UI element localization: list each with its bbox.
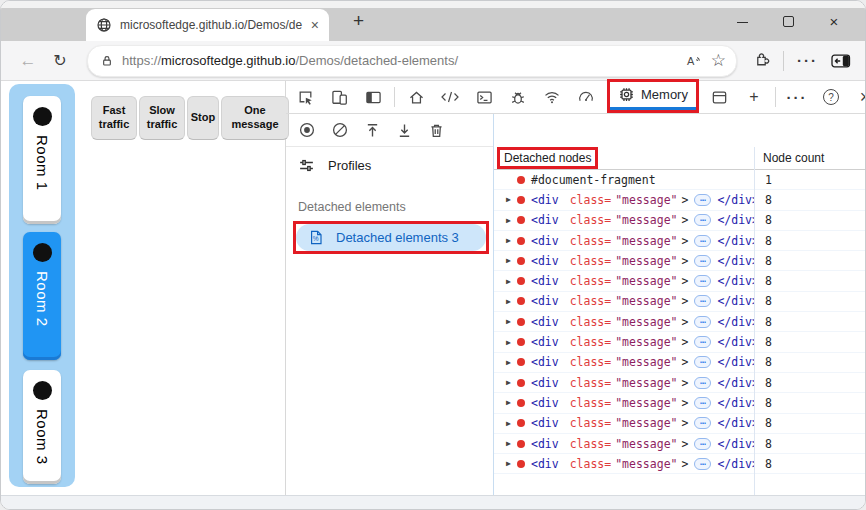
maximize-button[interactable] (765, 13, 811, 30)
memory-tab-label: Memory (641, 87, 688, 102)
browser-tab[interactable]: microsoftedge.github.io/Demos/de × (86, 9, 329, 41)
table-row[interactable]: ▶<div class="message">⋯</div>8 (494, 292, 865, 312)
table-row[interactable]: ▶<div class="message">⋯</div>8 (494, 373, 865, 393)
customize-devtools-icon[interactable]: ··· (784, 84, 810, 110)
room-tab[interactable]: Room 2 (23, 232, 61, 360)
expand-inline-icon[interactable]: ⋯ (694, 397, 711, 409)
expand-inline-icon[interactable]: ⋯ (694, 377, 711, 389)
table-row[interactable]: ▶<div class="message">⋯</div>8 (494, 414, 865, 434)
expand-triangle-icon[interactable]: ▶ (504, 256, 513, 265)
performance-gauge-icon[interactable] (573, 84, 599, 110)
expand-inline-icon[interactable]: ⋯ (694, 438, 711, 450)
expand-triangle-icon[interactable]: ▶ (504, 378, 513, 387)
node-count-cell: 8 (754, 416, 772, 430)
expand-triangle-icon[interactable]: ▶ (504, 195, 513, 204)
tab-memory[interactable]: Memory (610, 82, 696, 110)
table-row[interactable]: ▶<div class="message">⋯</div>8 (494, 271, 865, 291)
back-button[interactable]: ← (15, 51, 41, 71)
profiles-label: Profiles (328, 158, 371, 173)
demo-button-fast-traffic[interactable]: Fast traffic (91, 96, 137, 140)
debugger-bug-icon[interactable] (505, 84, 531, 110)
table-row[interactable]: ▶<div class="message">⋯</div>8 (494, 312, 865, 332)
url-text[interactable]: https://microsoftedge.github.io/Demos/de… (122, 53, 677, 68)
node-count-cell: 8 (754, 437, 772, 451)
table-row[interactable]: ▶<div class="message">⋯</div>8 (494, 231, 865, 251)
node-cell: ▶<div class="message">⋯</div> (494, 315, 754, 329)
table-row[interactable]: ▶<div class="message">⋯</div>8 (494, 454, 865, 474)
table-row[interactable]: ▶<div class="message">⋯</div>8 (494, 434, 865, 454)
room-label: Room 2 (34, 271, 51, 327)
expand-triangle-icon[interactable]: ▶ (504, 236, 513, 245)
close-window-button[interactable]: × (811, 13, 857, 30)
expand-inline-icon[interactable]: ⋯ (694, 194, 711, 206)
expand-triangle-icon[interactable]: ▶ (504, 216, 513, 225)
expand-triangle-icon[interactable]: ▶ (504, 358, 513, 367)
sidebar-item-detached-elements-3[interactable]: % Detached elements 3 (296, 224, 486, 251)
expand-triangle-icon[interactable]: ▶ (504, 297, 513, 306)
help-icon[interactable]: ? (818, 84, 844, 110)
expand-triangle-icon[interactable]: ▶ (504, 317, 513, 326)
room-tab[interactable]: Room 1 (23, 96, 61, 224)
node-count-cell: 8 (754, 254, 772, 268)
dock-side-icon[interactable] (360, 84, 386, 110)
column-header-node-count[interactable]: Node count (754, 151, 824, 165)
expand-triangle-icon[interactable]: ▶ (504, 398, 513, 407)
sidebar-copilot-icon[interactable] (831, 53, 851, 69)
expand-inline-icon[interactable]: ⋯ (694, 417, 711, 429)
download-profile-icon[interactable] (396, 122, 413, 139)
demo-button-stop[interactable]: Stop (187, 96, 219, 140)
expand-inline-icon[interactable]: ⋯ (694, 214, 711, 226)
demo-button-one-message[interactable]: One message (221, 96, 289, 140)
minimize-button[interactable] (719, 13, 765, 30)
table-row[interactable]: ▶<div class="message">⋯</div>8 (494, 353, 865, 373)
url-scheme: https:// (122, 53, 161, 68)
elements-tool-icon[interactable] (437, 84, 463, 110)
node-count-cell: 1 (754, 173, 772, 187)
detached-dot-icon (517, 460, 525, 468)
column-header-detached-nodes[interactable]: Detached nodes (494, 147, 754, 169)
expand-inline-icon[interactable]: ⋯ (694, 356, 711, 368)
clear-icon[interactable] (331, 121, 349, 139)
table-row[interactable]: #document-fragment1 (494, 170, 865, 190)
expand-inline-icon[interactable]: ⋯ (694, 295, 711, 307)
read-aloud-icon[interactable]: A (685, 53, 703, 69)
console-tool-icon[interactable] (471, 84, 497, 110)
expand-triangle-icon[interactable]: ▶ (504, 338, 513, 347)
tab-close-icon[interactable]: × (311, 18, 319, 32)
extensions-puzzle-icon[interactable] (753, 52, 770, 69)
activity-bar-icon[interactable] (707, 84, 733, 110)
delete-trash-icon[interactable] (428, 122, 445, 139)
address-bar[interactable]: https://microsoftedge.github.io/Demos/de… (87, 45, 737, 77)
expand-triangle-icon[interactable]: ▶ (504, 439, 513, 448)
favorites-star-icon[interactable]: ☆ (711, 53, 726, 69)
table-row[interactable]: ▶<div class="message">⋯</div>8 (494, 190, 865, 210)
upload-profile-icon[interactable] (364, 122, 381, 139)
settings-more-icon[interactable]: ··· (797, 52, 818, 69)
network-wifi-icon[interactable] (539, 84, 565, 110)
new-tab-button[interactable]: + (353, 10, 364, 32)
expand-inline-icon[interactable]: ⋯ (694, 316, 711, 328)
expand-triangle-icon[interactable]: ▶ (504, 277, 513, 286)
refresh-button[interactable]: ↻ (47, 51, 73, 70)
expand-inline-icon[interactable]: ⋯ (694, 255, 711, 267)
close-devtools-button[interactable]: × (852, 84, 866, 110)
table-row[interactable]: ▶<div class="message">⋯</div>8 (494, 393, 865, 413)
record-icon[interactable] (298, 121, 316, 139)
demo-button-slow-traffic[interactable]: Slow traffic (139, 96, 185, 140)
title-bar: microsoftedge.github.io/Demos/de × + × (1, 1, 865, 41)
table-row[interactable]: ▶<div class="message">⋯</div>8 (494, 332, 865, 352)
expand-inline-icon[interactable]: ⋯ (694, 336, 711, 348)
room-tab[interactable]: Room 3 (23, 370, 61, 484)
table-row[interactable]: ▶<div class="message">⋯</div>8 (494, 211, 865, 231)
expand-triangle-icon[interactable]: ▶ (504, 419, 513, 428)
expand-inline-icon[interactable]: ⋯ (694, 235, 711, 247)
table-row[interactable]: ▶<div class="message">⋯</div>8 (494, 251, 865, 271)
sidebar-item-profiles[interactable]: Profiles (286, 149, 493, 180)
expand-inline-icon[interactable]: ⋯ (694, 458, 711, 470)
inspect-element-icon[interactable] (292, 84, 318, 110)
device-emulation-icon[interactable] (326, 84, 352, 110)
expand-triangle-icon[interactable]: ▶ (504, 459, 513, 468)
more-tools-plus-button[interactable]: + (741, 84, 767, 110)
expand-inline-icon[interactable]: ⋯ (694, 275, 711, 287)
welcome-home-icon[interactable] (403, 84, 429, 110)
